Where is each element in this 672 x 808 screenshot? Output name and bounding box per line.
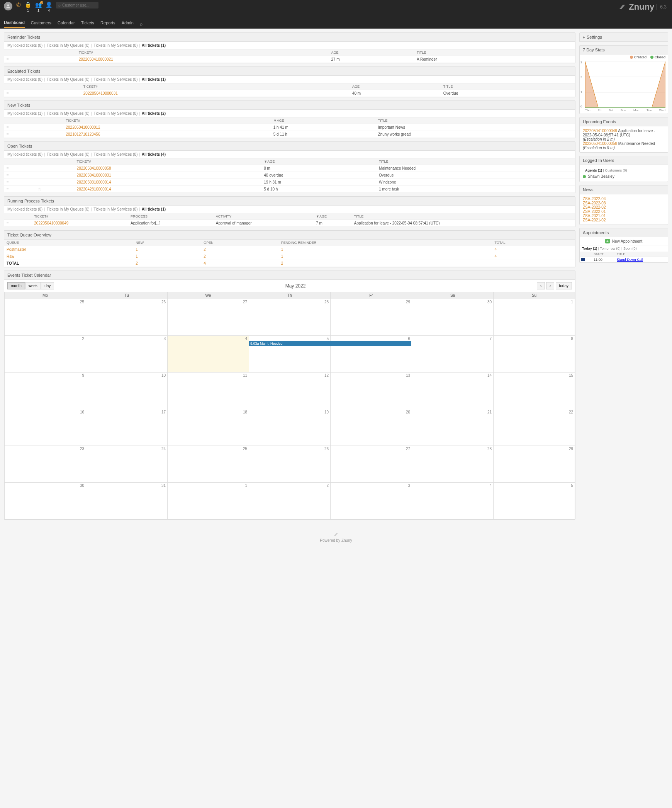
calendar-cell[interactable]: 4: [412, 483, 494, 519]
calendar-cell[interactable]: 3: [331, 483, 412, 519]
ticket-link[interactable]: 2022042810000014: [77, 187, 111, 191]
cal-next-button[interactable]: ›: [546, 282, 554, 289]
ticket-link[interactable]: 2022050410000021: [79, 57, 113, 61]
calendar-cell[interactable]: 1: [494, 299, 575, 336]
calendar-cell[interactable]: 31: [86, 483, 168, 519]
nav-admin[interactable]: Admin: [122, 20, 134, 27]
count-link[interactable]: 1: [136, 247, 138, 252]
upcoming-ticket-link[interactable]: 2022050410000058: [583, 141, 617, 146]
calendar-cell[interactable]: 16: [5, 409, 86, 446]
ticket-link[interactable]: 2022050410000049: [34, 221, 68, 225]
filter-tab[interactable]: Tickets in My Queues (0): [47, 77, 90, 82]
calendar-cell[interactable]: 5: [494, 483, 575, 519]
upcoming-ticket-link[interactable]: 2022050410000049: [583, 129, 617, 133]
calendar-cell[interactable]: 26: [86, 299, 168, 336]
calendar-cell[interactable]: 20: [331, 409, 412, 446]
count-link[interactable]: 1: [281, 247, 283, 252]
queue-link[interactable]: Postmaster: [7, 247, 26, 252]
login-tab[interactable]: Agents (1): [585, 168, 602, 172]
col-header[interactable]: AGE: [329, 49, 414, 56]
count-link[interactable]: 4: [204, 261, 206, 265]
count-link[interactable]: 2: [281, 261, 283, 265]
search-input[interactable]: [62, 3, 96, 7]
calendar-cell[interactable]: 27: [168, 299, 249, 336]
calendar-cell[interactable]: 7: [412, 336, 494, 373]
calendar-cell[interactable]: 22: [494, 409, 575, 446]
filter-tab[interactable]: Tickets in My Services (0): [93, 111, 137, 116]
count-link[interactable]: 4: [494, 247, 497, 252]
news-link[interactable]: ZSA-2021-02: [583, 218, 606, 222]
count-link[interactable]: 2: [136, 261, 138, 265]
count-link[interactable]: 2: [204, 254, 206, 259]
filter-tab[interactable]: My locked tickets (0): [7, 77, 42, 82]
calendar-cell[interactable]: 30: [5, 483, 86, 519]
calendar-cell[interactable]: 59:03a Maint. Needed: [249, 336, 331, 373]
calendar-cell[interactable]: 8: [494, 336, 575, 373]
calendar-cell[interactable]: 29: [494, 446, 575, 483]
calendar-cell[interactable]: 29: [331, 299, 412, 336]
nav-search-icon[interactable]: ⌕: [140, 21, 143, 27]
cal-view-month[interactable]: month: [7, 282, 25, 289]
queue-link[interactable]: Raw: [7, 254, 14, 259]
cal-view-day[interactable]: day: [41, 282, 54, 289]
ticket-link[interactable]: 2022050410000058: [77, 166, 111, 170]
apt-tab[interactable]: Soon (0): [623, 247, 637, 250]
drag-icon[interactable]: ≡: [7, 166, 8, 170]
cal-month-link[interactable]: May: [285, 283, 294, 289]
filter-tab[interactable]: All tickets (4): [142, 152, 166, 156]
count-link[interactable]: 1: [136, 254, 138, 259]
filter-tab[interactable]: Tickets in My Services (0): [93, 152, 137, 156]
calendar-cell[interactable]: 15: [494, 373, 575, 409]
calendar-cell[interactable]: 17: [86, 409, 168, 446]
filter-tab[interactable]: Tickets in My Services (0): [93, 207, 137, 211]
cal-prev-button[interactable]: ‹: [537, 282, 545, 289]
col-header[interactable]: ▼AGE: [261, 158, 377, 165]
drag-icon[interactable]: ≡: [7, 180, 8, 184]
avatar[interactable]: [4, 2, 12, 10]
calendar-cell[interactable]: 9: [5, 373, 86, 409]
calendar-cell[interactable]: 21: [412, 409, 494, 446]
calendar-cell[interactable]: 11: [168, 373, 249, 409]
ticket-link[interactable]: 2022050410000012: [66, 125, 100, 129]
filter-tab[interactable]: My locked tickets (0): [7, 152, 42, 156]
calendar-cell[interactable]: 10: [86, 373, 168, 409]
new-appointment-button[interactable]: +New Appointment: [580, 237, 668, 245]
news-link[interactable]: ZSA-2022-03: [583, 201, 606, 205]
filter-tab[interactable]: My locked tickets (1): [7, 111, 42, 116]
ticket-link[interactable]: 2021012710123456: [66, 132, 100, 136]
calendar-event[interactable]: 9:03a Maint. Needed: [249, 341, 411, 346]
filter-tab[interactable]: Tickets in My Services (0): [93, 77, 137, 82]
news-link[interactable]: ZSA-2021-01: [583, 214, 606, 218]
calendar-cell[interactable]: 18: [168, 409, 249, 446]
calendar-cell[interactable]: 1: [168, 483, 249, 519]
calendar-cell[interactable]: 3: [86, 336, 168, 373]
filter-tab[interactable]: All tickets (2): [142, 111, 166, 116]
filter-tab[interactable]: My locked tickets (0): [7, 207, 42, 211]
drag-icon[interactable]: ≡: [7, 57, 8, 61]
cal-view-week[interactable]: week: [25, 282, 41, 289]
calendar-cell[interactable]: 2: [5, 336, 86, 373]
filter-tab[interactable]: Tickets in My Services (0): [93, 43, 137, 48]
drag-icon[interactable]: ≡: [7, 187, 8, 191]
filter-tab[interactable]: All tickets (1): [142, 207, 166, 211]
col-header[interactable]: AGE: [350, 83, 441, 90]
nav-dashboard[interactable]: Dashboard: [4, 20, 25, 28]
calendar-cell[interactable]: 24: [86, 446, 168, 483]
settings-widget[interactable]: ▶Settings: [579, 32, 668, 42]
calendar-cell[interactable]: 19: [249, 409, 331, 446]
phone-icon[interactable]: ✆: [16, 2, 21, 14]
calendar-cell[interactable]: 25: [5, 299, 86, 336]
calendar-cell[interactable]: 30: [412, 299, 494, 336]
customer-search[interactable]: ⌕: [56, 2, 98, 9]
news-link[interactable]: ZSA-2022-01: [583, 209, 606, 214]
drag-icon[interactable]: ≡: [7, 125, 8, 129]
drag-icon[interactable]: ≡: [7, 91, 8, 95]
nav-customers[interactable]: Customers: [31, 20, 51, 27]
calendar-cell[interactable]: 4: [168, 336, 249, 373]
ticket-link[interactable]: 2022050310000014: [77, 180, 111, 184]
drag-icon[interactable]: ≡: [7, 132, 8, 136]
calendar-cell[interactable]: 26: [249, 446, 331, 483]
filter-tab[interactable]: My locked tickets (0): [7, 43, 42, 48]
filter-tab[interactable]: Tickets in My Queues (0): [47, 111, 90, 116]
calendar-cell[interactable]: 25: [168, 446, 249, 483]
